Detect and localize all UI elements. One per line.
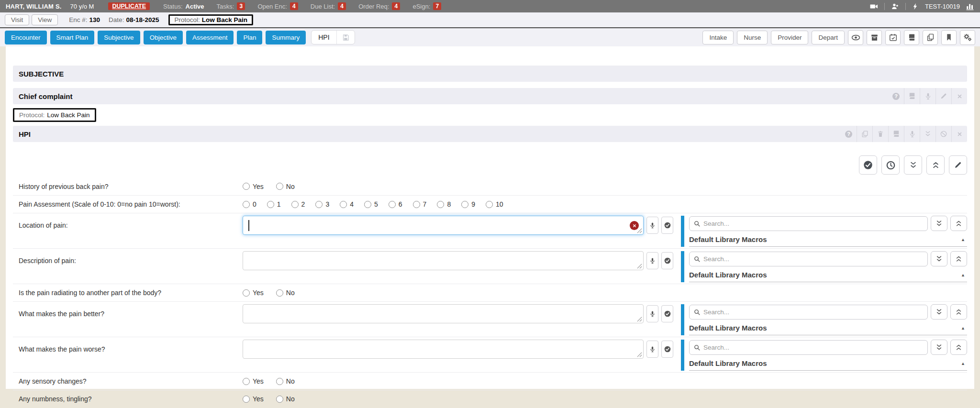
book-icon[interactable] — [888, 126, 904, 142]
confirm-button[interactable] — [661, 341, 673, 358]
resize-grip-icon[interactable] — [637, 228, 642, 233]
help-icon[interactable]: ? — [888, 88, 904, 104]
nurse-button[interactable]: Nurse — [737, 31, 768, 44]
esign-count-badge[interactable]: 7 — [433, 2, 441, 10]
due-list-count-badge[interactable]: 4 — [338, 2, 346, 10]
radio-circle[interactable] — [413, 201, 420, 208]
save-icon[interactable] — [337, 31, 355, 44]
radio-circle[interactable] — [243, 378, 250, 385]
macros-header[interactable]: Default Library Macros ▲ — [689, 322, 967, 335]
duplicate-badge[interactable]: DUPLICATE — [108, 2, 150, 10]
description-of-pain-textarea[interactable] — [243, 251, 644, 270]
archive-button[interactable] — [867, 30, 882, 45]
user-add-icon[interactable] — [891, 2, 900, 11]
radio-no[interactable]: No — [276, 289, 295, 297]
due-list-counter[interactable]: Due List: 4 — [311, 2, 346, 10]
collapse-all-button[interactable] — [950, 340, 967, 355]
lightning-icon[interactable] — [912, 2, 919, 11]
macro-search[interactable] — [689, 305, 928, 320]
resize-grip-icon[interactable] — [637, 264, 642, 269]
radio-circle[interactable] — [340, 201, 347, 208]
depart-button[interactable]: Depart — [812, 31, 845, 44]
copy-button[interactable] — [923, 30, 938, 45]
radio-circle[interactable] — [243, 289, 250, 297]
bookmark-button[interactable] — [941, 30, 957, 45]
radio-scale-2[interactable]: 2 — [291, 200, 305, 208]
expand-all-button[interactable] — [931, 216, 947, 231]
intake-button[interactable]: Intake — [702, 31, 734, 44]
visit-button[interactable]: Visit — [5, 14, 29, 25]
radio-scale-6[interactable]: 6 — [389, 200, 402, 208]
radio-scale-0[interactable]: 0 — [243, 200, 256, 208]
radio-yes[interactable]: Yes — [243, 183, 264, 190]
help-icon[interactable]: ? — [841, 126, 857, 142]
radio-circle[interactable] — [276, 289, 283, 297]
close-icon[interactable] — [951, 88, 967, 104]
order-req-count-badge[interactable]: 4 — [392, 2, 400, 10]
radio-circle[interactable] — [291, 201, 299, 208]
radio-scale-1[interactable]: 1 — [267, 200, 281, 208]
radio-circle[interactable] — [243, 201, 250, 208]
radio-yes[interactable]: Yes — [243, 289, 264, 297]
resize-grip-icon[interactable] — [637, 317, 642, 322]
confirm-button[interactable] — [661, 252, 673, 269]
nav-encounter-button[interactable]: Encounter — [5, 31, 47, 44]
radio-circle[interactable] — [243, 396, 250, 403]
mic-icon[interactable] — [904, 126, 920, 142]
open-enc-counter[interactable]: Open Enc: 4 — [257, 2, 298, 10]
resize-grip-icon[interactable] — [637, 352, 642, 357]
close-icon[interactable] — [951, 126, 967, 142]
radio-circle[interactable] — [243, 183, 250, 190]
radio-circle[interactable] — [364, 201, 371, 208]
chart-icon[interactable] — [966, 2, 974, 11]
nav-summary-button[interactable]: Summary — [266, 31, 306, 44]
confirm-button[interactable] — [661, 217, 673, 234]
macro-search[interactable] — [689, 340, 928, 355]
collapse-all-button[interactable] — [926, 155, 945, 175]
nav-assessment-button[interactable]: Assessment — [186, 31, 234, 44]
collapse-all-button[interactable] — [950, 304, 967, 320]
radio-yes[interactable]: Yes — [243, 395, 264, 403]
dictate-button[interactable] — [646, 341, 658, 358]
collapse-all-button[interactable] — [950, 251, 967, 266]
pain-better-textarea[interactable] — [243, 304, 644, 323]
radio-scale-9[interactable]: 9 — [461, 200, 475, 208]
radio-no[interactable]: No — [276, 183, 295, 190]
book-icon[interactable] — [904, 88, 920, 104]
tasks-counter[interactable]: Tasks: 3 — [217, 2, 245, 10]
expand-all-button[interactable] — [931, 340, 947, 355]
video-icon[interactable] — [869, 2, 879, 11]
tasks-count-badge[interactable]: 3 — [237, 2, 245, 10]
nav-smart-plan-button[interactable]: Smart Plan — [50, 31, 95, 44]
radio-scale-3[interactable]: 3 — [315, 200, 329, 208]
macro-search-input[interactable] — [703, 344, 924, 351]
radio-circle[interactable] — [437, 201, 444, 208]
radio-circle[interactable] — [461, 201, 468, 208]
radio-scale-10[interactable]: 10 — [486, 200, 503, 208]
radio-yes[interactable]: Yes — [243, 377, 264, 385]
copy-icon[interactable] — [857, 126, 872, 142]
macro-search[interactable] — [689, 216, 928, 231]
radio-circle[interactable] — [486, 201, 493, 208]
nav-subjective-button[interactable]: Subjective — [98, 31, 140, 44]
view-button[interactable]: View — [32, 14, 58, 25]
collapse-triangle-icon[interactable]: ▲ — [961, 237, 965, 242]
radio-circle[interactable] — [276, 378, 283, 385]
ban-icon[interactable] — [935, 126, 951, 142]
mic-icon[interactable] — [920, 88, 935, 104]
history-button[interactable] — [881, 155, 900, 175]
radio-scale-4[interactable]: 4 — [340, 200, 354, 208]
edit-button[interactable] — [949, 155, 967, 175]
eye-button[interactable] — [848, 30, 863, 45]
open-enc-count-badge[interactable]: 4 — [290, 2, 298, 10]
macros-header[interactable]: Default Library Macros ▲ — [689, 357, 967, 371]
radio-scale-5[interactable]: 5 — [364, 200, 378, 208]
macro-search-input[interactable] — [703, 255, 924, 263]
expand-all-button[interactable] — [904, 155, 922, 175]
radio-no[interactable]: No — [276, 377, 295, 385]
dictate-button[interactable] — [646, 217, 658, 234]
provider-button[interactable]: Provider — [771, 31, 808, 44]
dictate-button[interactable] — [646, 252, 658, 269]
macro-search-input[interactable] — [703, 309, 924, 316]
book-button[interactable] — [904, 30, 919, 45]
